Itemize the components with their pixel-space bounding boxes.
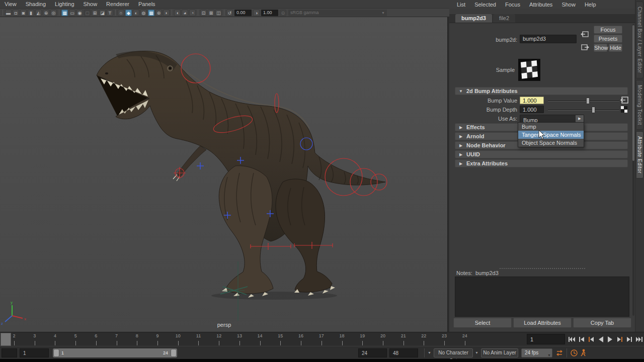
bump-value-slider[interactable]: [548, 101, 619, 102]
step-back-frame-button[interactable]: [577, 334, 586, 344]
camera-attributes-icon[interactable]: ◙: [20, 10, 27, 16]
exposure-icon[interactable]: ↺: [226, 10, 233, 16]
viewport-canvas[interactable]: y x z persp: [0, 17, 448, 332]
motion-blur-icon[interactable]: ◕: [182, 10, 188, 16]
isolate-select-icon[interactable]: ⊡: [200, 10, 207, 16]
use-as-option[interactable]: Bump: [518, 123, 584, 131]
resolution-gate-icon[interactable]: ◉: [76, 10, 83, 16]
node-name-field[interactable]: bump2d3: [520, 35, 577, 43]
field-chart-icon[interactable]: ⊞: [92, 10, 98, 16]
collapsed-section[interactable]: ▶ UUID: [455, 150, 628, 158]
bump-value-slider-handle[interactable]: [586, 98, 590, 104]
section-2d-bump-attributes[interactable]: ▼ 2d Bump Attributes: [455, 87, 628, 95]
ambient-occlusion-icon[interactable]: ◖: [174, 10, 181, 16]
smooth-shade-icon[interactable]: ◆: [125, 10, 132, 16]
step-forward-frame-button[interactable]: [625, 334, 634, 344]
wireframe-on-shaded-icon[interactable]: ◍: [140, 10, 147, 16]
playback-start-field[interactable]: 1: [20, 348, 49, 357]
character-set-menu[interactable]: No Character Set: [434, 348, 473, 357]
attribute-editor-menu[interactable]: Help: [580, 1, 601, 8]
xray-icon[interactable]: ⊠: [208, 10, 214, 16]
use-all-lights-icon[interactable]: ⊛: [155, 10, 162, 16]
presets-button[interactable]: Presets: [594, 35, 622, 43]
viewport-menu[interactable]: View: [0, 1, 21, 8]
panel-splitter-handle[interactable]: [500, 268, 585, 269]
node-tab[interactable]: bump2d3: [455, 14, 492, 23]
sample-swatch[interactable]: [518, 59, 540, 81]
multisampling-icon[interactable]: ◔: [189, 10, 196, 16]
chevron-down-icon[interactable]: ▼: [475, 351, 478, 354]
xray-joints-icon[interactable]: ◫: [215, 10, 222, 16]
load-attributes-button[interactable]: Load Attributes: [513, 318, 572, 328]
use-as-dropdown[interactable]: Bump ▶: [520, 115, 584, 123]
grease-pencil-icon[interactable]: ◎: [50, 10, 57, 16]
step-forward-key-button[interactable]: [615, 334, 624, 344]
select-camera-icon[interactable]: ▬: [5, 10, 12, 16]
go-to-start-button[interactable]: [568, 334, 577, 344]
viewport-menu[interactable]: Renderer: [102, 1, 134, 8]
use-as-option[interactable]: Tangent Space Normals: [518, 131, 584, 139]
attribute-editor-menu[interactable]: Selected: [470, 1, 501, 8]
side-tab-channel-box[interactable]: Channel Box / Layer Editor: [636, 2, 643, 78]
side-tab-modeling-toolkit[interactable]: Modeling Toolkit: [636, 80, 643, 130]
bump-depth-field[interactable]: 1.000: [520, 106, 544, 113]
node-tab[interactable]: file2: [493, 14, 515, 23]
viewport-menu[interactable]: Shading: [21, 1, 50, 8]
input-connection-icon[interactable]: [581, 31, 589, 38]
select-button[interactable]: Select: [453, 318, 512, 328]
lock-camera-icon[interactable]: ◘: [13, 10, 19, 16]
loop-playback-icon[interactable]: [555, 349, 564, 356]
grid-icon[interactable]: ▦: [61, 10, 68, 16]
hide-button[interactable]: Hide: [609, 44, 622, 52]
viewport-menu[interactable]: Panels: [134, 1, 160, 8]
gamma-field[interactable]: 1.00: [261, 10, 278, 16]
bump-depth-slider[interactable]: [548, 110, 619, 111]
animation-end-field[interactable]: 48: [389, 348, 418, 357]
bump-depth-map-icon[interactable]: [621, 106, 627, 113]
notes-textarea[interactable]: [455, 277, 629, 317]
gamma-icon[interactable]: ◑: [253, 10, 260, 16]
scrollbar-thumb[interactable]: [632, 25, 634, 161]
show-button[interactable]: Show: [594, 44, 607, 52]
flat-shade-icon[interactable]: ◐: [133, 10, 139, 16]
play-backwards-button[interactable]: [596, 334, 605, 344]
animation-start-field[interactable]: [2, 348, 17, 357]
anim-layer-menu[interactable]: No Anim Layer: [481, 348, 518, 357]
film-gate-icon[interactable]: ▭: [69, 10, 75, 16]
current-frame-marker[interactable]: [1, 333, 11, 346]
current-frame-field[interactable]: 1: [527, 334, 565, 344]
wireframe-icon[interactable]: ○: [118, 10, 124, 16]
play-forwards-button[interactable]: [606, 334, 615, 344]
bump-value-field[interactable]: 1.000: [520, 97, 544, 104]
output-connection-icon[interactable]: [581, 44, 589, 51]
attribute-editor-menu[interactable]: List: [452, 1, 470, 8]
exposure-field[interactable]: 0.00: [234, 10, 252, 16]
use-as-option[interactable]: Object Space Normals: [518, 139, 584, 147]
time-slider[interactable]: 23456789101112131415161718192021222324: [0, 333, 523, 346]
viewport-menu[interactable]: Lighting: [50, 1, 79, 8]
range-end-handle[interactable]: [171, 349, 177, 357]
shadows-icon[interactable]: ◗: [163, 10, 170, 16]
2d-pan-zoom-icon[interactable]: ⊕: [43, 10, 49, 16]
animation-preferences-clock-icon[interactable]: [570, 349, 578, 357]
focus-button[interactable]: Focus: [594, 26, 622, 34]
safe-title-icon[interactable]: T: [107, 10, 113, 16]
playback-speed-menu[interactable]: 24 fps ▼: [521, 348, 552, 357]
range-start-handle[interactable]: [53, 349, 59, 357]
go-to-end-button[interactable]: [634, 334, 643, 344]
bookmark-icon[interactable]: ▮: [28, 10, 34, 16]
bump-depth-slider-handle[interactable]: [592, 107, 595, 113]
attribute-editor-menu[interactable]: Attributes: [525, 1, 557, 8]
textured-icon[interactable]: ▩: [148, 10, 154, 16]
attribute-editor-menu[interactable]: Show: [557, 1, 580, 8]
collapsed-section[interactable]: ▶ Extra Attributes: [455, 159, 628, 167]
chevron-down-icon[interactable]: ▼: [428, 351, 431, 354]
bump-value-connection-icon[interactable]: [620, 97, 628, 104]
gate-mask-icon[interactable]: ▢: [84, 10, 91, 16]
image-plane-icon[interactable]: ◭: [35, 10, 42, 16]
scrollbar[interactable]: [632, 24, 634, 316]
auto-key-icon[interactable]: [580, 349, 587, 357]
playback-end-field[interactable]: 24: [358, 348, 387, 357]
range-slider[interactable]: 1 24: [53, 348, 177, 357]
copy-tab-button[interactable]: Copy Tab: [573, 318, 631, 328]
